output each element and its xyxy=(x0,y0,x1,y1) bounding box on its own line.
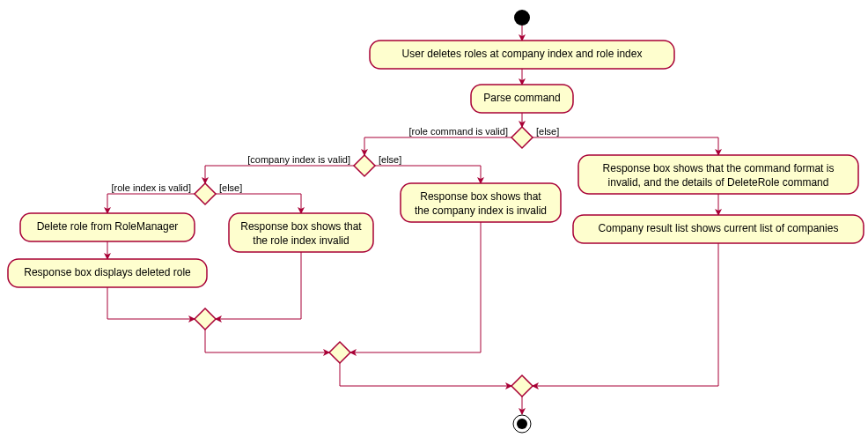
action-label: Response box displays deleted role xyxy=(24,266,191,278)
guard-label: [else] xyxy=(379,154,401,165)
final-node-inner xyxy=(517,419,527,429)
action-label: the role index invalid xyxy=(253,234,349,247)
merge-node xyxy=(329,342,350,363)
edge xyxy=(216,252,301,319)
decision-node xyxy=(354,155,375,176)
edge xyxy=(375,166,481,183)
action-label: Response box shows that the command form… xyxy=(603,162,835,174)
action-label: Parse command xyxy=(483,92,560,104)
edge xyxy=(107,194,195,213)
guard-label: [role index is valid] xyxy=(112,182,192,193)
edge xyxy=(533,243,718,386)
action-label: Response box shows that xyxy=(420,190,541,203)
guard-label: [company index is valid] xyxy=(247,154,350,165)
action-label: Company result list shows current list o… xyxy=(599,222,839,234)
edge xyxy=(205,330,329,352)
edge xyxy=(216,194,301,213)
guard-label: [else] xyxy=(219,182,242,193)
edge xyxy=(205,166,354,183)
action-label: the company index is invalid xyxy=(415,204,547,217)
guard-label: [role command is valid] xyxy=(409,126,509,137)
action-label: User deletes roles at company index and … xyxy=(402,48,643,60)
guard-label: [else] xyxy=(536,126,559,137)
activity-diagram: User deletes roles at company index and … xyxy=(0,0,868,445)
edge xyxy=(364,137,511,155)
edge xyxy=(107,287,195,319)
edge xyxy=(533,137,718,155)
action-label: invalid, and the details of DeleteRole c… xyxy=(608,176,829,189)
merge-node xyxy=(195,308,216,330)
decision-node xyxy=(195,183,216,204)
merge-node xyxy=(511,375,533,397)
action-label: Delete role from RoleManager xyxy=(37,220,179,233)
decision-node xyxy=(511,127,533,148)
initial-node xyxy=(514,10,530,26)
action-label: Response box shows that xyxy=(240,220,362,233)
edge xyxy=(340,363,511,386)
